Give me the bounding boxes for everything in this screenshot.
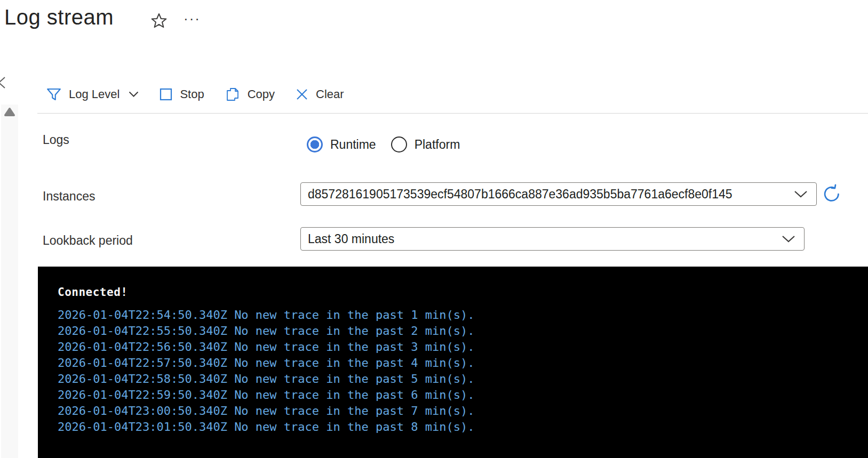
chevron-down-icon	[777, 235, 804, 243]
star-icon	[150, 12, 168, 29]
triangle-up-icon	[3, 107, 16, 117]
chevron-down-icon	[129, 91, 139, 98]
copy-label: Copy	[248, 87, 275, 101]
left-scroll-rail[interactable]	[1, 105, 18, 458]
logs-label: Logs	[43, 133, 69, 147]
lookback-selected-value: Last 30 minutes	[301, 232, 777, 246]
stop-button[interactable]: Stop	[159, 87, 204, 101]
log-stream-console[interactable]: Connected! 2026-01-04T22:54:50.340Z No n…	[38, 267, 868, 458]
refresh-instances-button[interactable]	[822, 183, 843, 205]
log-line: 2026-01-04T22:56:50.340Z No new trace in…	[58, 339, 857, 355]
clear-label: Clear	[316, 87, 344, 101]
log-line: 2026-01-04T23:01:50.340Z No new trace in…	[58, 419, 857, 435]
scroll-up-button[interactable]	[3, 107, 16, 117]
logs-radio-option[interactable]: Platform	[391, 136, 460, 152]
clear-button[interactable]: Clear	[295, 87, 344, 101]
radio-button-icon[interactable]	[391, 136, 407, 152]
more-actions-button[interactable]: ···	[181, 9, 203, 29]
radio-option-label: Runtime	[330, 138, 376, 152]
log-line: 2026-01-04T22:55:50.340Z No new trace in…	[58, 323, 857, 339]
lookback-period-label: Lookback period	[43, 234, 133, 248]
clear-x-icon	[295, 87, 309, 101]
instances-selected-value: d85728161905173539ecf54807b1666ca887e36a…	[301, 187, 790, 202]
filter-funnel-icon	[46, 86, 62, 102]
logs-radio-option[interactable]: Runtime	[307, 136, 376, 152]
log-line: 2026-01-04T23:00:50.340Z No new trace in…	[58, 403, 857, 419]
console-connected-status: Connected!	[58, 286, 857, 299]
log-line: 2026-01-04T22:57:50.340Z No new trace in…	[58, 355, 857, 371]
log-line: 2026-01-04T22:59:50.340Z No new trace in…	[58, 387, 857, 403]
refresh-icon	[822, 184, 843, 204]
copy-icon	[225, 86, 241, 102]
toolbar-divider	[37, 113, 868, 114]
ellipsis-icon: ···	[184, 11, 201, 27]
log-line: 2026-01-04T22:58:50.340Z No new trace in…	[58, 371, 857, 387]
page-title: Log stream	[4, 5, 114, 29]
lookback-period-select[interactable]: Last 30 minutes	[300, 227, 805, 251]
stop-square-icon	[159, 87, 173, 101]
favorite-star-button[interactable]	[149, 11, 169, 31]
instances-select[interactable]: d85728161905173539ecf54807b1666ca887e36a…	[300, 182, 817, 206]
log-stream-toolbar: Log Level Stop Copy	[46, 82, 344, 107]
stop-label: Stop	[180, 87, 204, 101]
log-line: 2026-01-04T22:54:50.340Z No new trace in…	[58, 307, 857, 323]
collapse-panel-chevron-icon[interactable]	[0, 75, 8, 90]
copy-button[interactable]: Copy	[225, 86, 275, 102]
logs-radio-group: Runtime Platform	[307, 136, 460, 152]
chevron-down-icon	[790, 190, 816, 198]
radio-button-icon[interactable]	[307, 136, 323, 152]
log-level-dropdown-button[interactable]: Log Level	[46, 86, 139, 102]
radio-option-label: Platform	[415, 138, 460, 152]
instances-label: Instances	[43, 189, 95, 204]
log-level-label: Log Level	[69, 87, 120, 101]
